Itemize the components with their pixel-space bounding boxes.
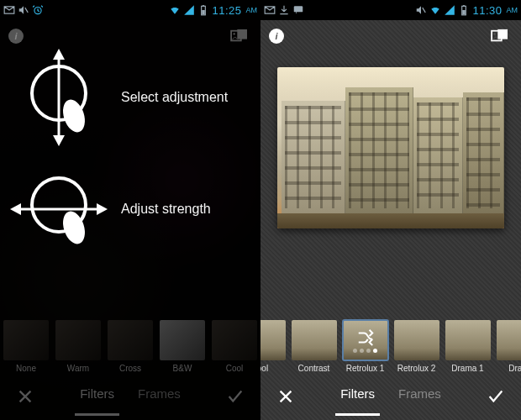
svg-rect-18 <box>294 6 303 12</box>
signal-icon <box>444 4 455 16</box>
info-button[interactable]: i <box>269 29 284 44</box>
page-indicator <box>353 349 377 353</box>
tabs: Filters Frames <box>78 381 182 412</box>
tab-frames[interactable]: Frames <box>136 381 182 412</box>
apply-button[interactable] <box>218 380 252 413</box>
svg-marker-15 <box>97 203 108 215</box>
status-bar-left <box>264 4 304 16</box>
svg-point-25 <box>494 33 496 34</box>
alarm-icon <box>32 4 44 16</box>
download-icon <box>278 4 290 16</box>
filter-thumb-contrast[interactable]: Contrast <box>288 312 339 373</box>
tab-frames[interactable]: Frames <box>397 381 443 412</box>
filter-thumb-retrolux1[interactable]: Retrolux 1 <box>339 312 391 373</box>
shuffle-icon <box>343 320 388 360</box>
filter-thumb-drama-partial[interactable]: Dram <box>493 312 521 373</box>
svg-rect-3 <box>203 10 206 14</box>
tutorial-row-adjust: Adjust strength <box>0 159 260 260</box>
screenshot-left: 11:25 AM i Select adjustment <box>0 0 260 420</box>
wifi-icon <box>429 4 441 16</box>
filter-thumbnail-strip[interactable]: ool Contrast Retrolux 1 Retrolux 2 Dr <box>260 312 521 373</box>
status-bar-right: 11:30 AM <box>415 4 518 17</box>
clock-ampm: AM <box>507 6 518 14</box>
signal-icon <box>183 4 195 16</box>
filter-thumb-drama1[interactable]: Drama 1 <box>442 312 493 373</box>
filter-thumb-cool-partial[interactable]: ool <box>260 312 288 373</box>
vertical-swipe-icon <box>0 47 118 148</box>
mute-icon <box>415 4 427 16</box>
filter-thumb-cool[interactable]: Cool <box>208 312 260 373</box>
svg-line-0 <box>25 8 29 13</box>
envelope-icon <box>3 4 15 16</box>
status-bar-left <box>3 4 44 16</box>
filter-thumb-cross[interactable]: Cross <box>104 312 156 373</box>
tutorial-label-adjust: Adjust strength <box>121 202 211 217</box>
battery-icon <box>458 4 470 16</box>
svg-rect-22 <box>463 5 465 6</box>
filter-thumb-none[interactable]: None <box>0 312 52 373</box>
envelope-icon <box>264 4 276 16</box>
svg-rect-21 <box>463 10 466 14</box>
screenshot-right: 11:30 AM i ool Contrast <box>260 0 521 420</box>
filter-thumbnail-strip[interactable]: None Warm Cross B&W Cool <box>0 312 260 373</box>
status-bar-right: 11:25 AM <box>169 4 257 17</box>
chat-icon <box>292 4 304 16</box>
svg-rect-24 <box>497 29 508 39</box>
filter-thumb-bw[interactable]: B&W <box>156 312 208 373</box>
bottom-bar: Filters Frames <box>0 373 260 420</box>
compare-icon[interactable] <box>491 29 509 44</box>
apply-button[interactable] <box>479 380 513 413</box>
svg-marker-9 <box>53 49 65 60</box>
status-bar: 11:25 AM <box>0 0 260 20</box>
mute-icon <box>18 4 29 16</box>
photo-preview[interactable] <box>277 67 504 228</box>
svg-marker-10 <box>53 135 65 146</box>
bottom-bar: Filters Frames <box>260 373 521 420</box>
svg-marker-14 <box>10 203 21 215</box>
status-bar: 11:30 AM <box>260 0 521 20</box>
svg-rect-4 <box>203 5 204 6</box>
tabs: Filters Frames <box>339 381 443 412</box>
horizontal-swipe-icon <box>0 159 118 260</box>
clock-time: 11:25 <box>212 4 241 17</box>
cancel-button[interactable] <box>269 380 303 413</box>
tutorial-row-select: Select adjustment <box>0 47 260 148</box>
battery-icon <box>197 4 209 16</box>
clock-ampm: AM <box>246 6 258 14</box>
tab-filters[interactable]: Filters <box>339 381 376 412</box>
wifi-icon <box>169 4 181 16</box>
clock-time: 11:30 <box>472 4 502 17</box>
filter-thumb-retrolux2[interactable]: Retrolux 2 <box>391 312 442 373</box>
filter-thumb-warm[interactable]: Warm <box>52 312 104 373</box>
tab-filters[interactable]: Filters <box>78 381 116 412</box>
tutorial-label-select: Select adjustment <box>121 90 228 105</box>
svg-line-19 <box>423 8 426 13</box>
cancel-button[interactable] <box>8 380 42 413</box>
